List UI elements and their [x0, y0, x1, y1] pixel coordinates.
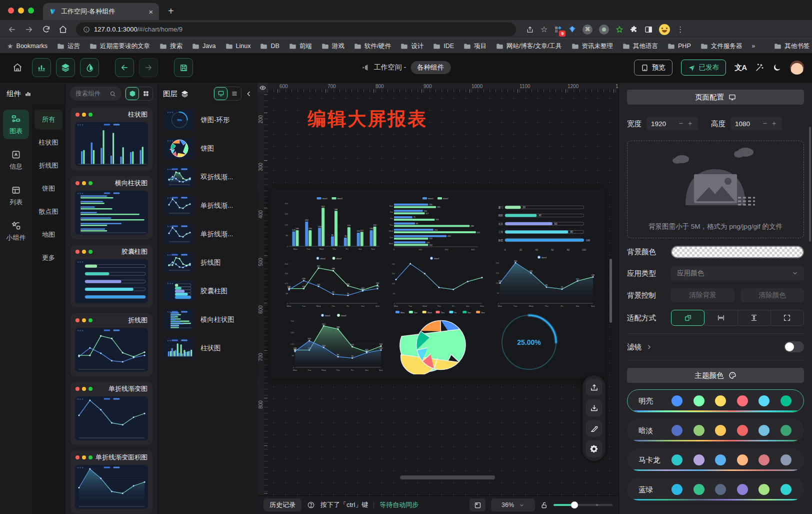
width-minus-icon[interactable]: − — [679, 119, 683, 128]
chart-line[interactable]: 3502631758801301303122881551171601202001… — [279, 255, 382, 309]
sidebar-item-3[interactable]: 列表 — [3, 181, 29, 210]
extensions-puzzle-icon[interactable] — [630, 26, 638, 34]
save-button[interactable] — [174, 58, 193, 77]
sidebar-item-1[interactable]: 图表 — [3, 110, 29, 139]
extension-command-icon[interactable]: ⌘ — [582, 25, 592, 35]
profile-avatar[interactable] — [659, 24, 670, 35]
settings-gear-icon[interactable] — [586, 440, 602, 457]
reload-icon[interactable] — [39, 23, 53, 37]
sidebar-toggle-icon[interactable] — [644, 26, 652, 34]
bookmark-item[interactable]: 资讯未整理 — [572, 42, 614, 51]
chart-capsule[interactable]: 厦门20南阳40北京60上海80新疆100020406080100 — [490, 197, 597, 253]
theme-color-dot[interactable] — [715, 484, 726, 495]
component-card[interactable]: 单折线渐变面积图 — [70, 450, 152, 513]
category-item[interactable]: 地图 — [34, 225, 62, 245]
layer-item[interactable]: 横向柱状图 — [165, 309, 258, 330]
layer-item[interactable]: 饼图 — [165, 138, 258, 159]
theme-color-dot[interactable] — [758, 395, 770, 406]
app-type-select[interactable]: 应用颜色 — [671, 266, 804, 281]
sidebar-item-2[interactable]: 信息 — [3, 145, 29, 175]
collapse-panel-icon[interactable] — [245, 90, 252, 98]
bookmark-item[interactable]: 文件服务器 — [700, 42, 742, 51]
forward-icon[interactable] — [22, 23, 36, 37]
project-name-pill[interactable]: 各种组件 — [410, 61, 450, 74]
component-card[interactable]: 横向柱状图 — [70, 176, 152, 239]
vertical-scrollbar[interactable] — [610, 259, 612, 323]
undo-button[interactable] — [115, 58, 134, 77]
layout-panel-icon[interactable] — [470, 498, 486, 511]
bookmarks-overflow-icon[interactable]: » — [752, 43, 755, 50]
sidebar-item-4[interactable]: 小组件 — [3, 216, 29, 246]
theme-color-dot[interactable] — [672, 484, 682, 495]
edit-button[interactable] — [586, 420, 602, 437]
theme-color-dot[interactable] — [694, 425, 704, 436]
layers-panel-toggle-button[interactable] — [56, 58, 75, 77]
layer-item[interactable]: 胶囊柱图 — [165, 281, 258, 301]
theme-color-dot[interactable] — [715, 454, 726, 465]
category-item[interactable]: 散点图 — [34, 202, 62, 222]
layer-item[interactable]: 单折线渐... — [165, 195, 258, 216]
theme-color-dot[interactable] — [694, 454, 704, 465]
fit-full-button[interactable] — [770, 310, 804, 326]
category-item[interactable]: 折线图 — [34, 156, 62, 176]
chart-ring-progress[interactable]: 25.00% — [484, 311, 574, 373]
lock-icon[interactable] — [540, 501, 548, 509]
component-card[interactable]: 折线图 — [70, 313, 152, 376]
zoom-slider[interactable] — [554, 501, 612, 508]
canvas-area[interactable]: 6007008009001000110012001300 20030040050… — [258, 83, 618, 495]
bookmark-item[interactable]: 网站/博客/文章/工具 — [496, 42, 562, 51]
redo-button[interactable] — [139, 58, 158, 77]
bookmark-item[interactable]: 近期需要读的文章 — [90, 42, 150, 51]
chevron-right-icon[interactable] — [646, 344, 652, 350]
preview-button[interactable]: 预览 — [634, 60, 672, 76]
category-item[interactable]: 柱状图 — [34, 133, 62, 153]
background-upload-dropzone[interactable]: 背景图需小于 5M，格式为 png/jpg/gif 的文件 — [627, 141, 804, 238]
theme-color-dot[interactable] — [737, 425, 748, 436]
bookmark-item[interactable]: 设计 — [400, 42, 424, 51]
theme-color-dot[interactable] — [780, 425, 792, 436]
language-switch-icon[interactable]: 文A — [734, 63, 746, 73]
browser-tab[interactable]: 工作空间-各种组件 × — [43, 3, 159, 20]
app-home-icon[interactable] — [8, 58, 27, 77]
extension-dot-icon[interactable] — [599, 25, 609, 35]
bookmarks-root[interactable]: ★ Bookmarks — [7, 42, 48, 50]
home-icon[interactable] — [56, 23, 70, 37]
theme-color-dot[interactable] — [694, 395, 704, 406]
width-plus-icon[interactable]: ＋ — [686, 119, 694, 128]
component-card[interactable]: 胶囊柱图 — [70, 245, 152, 308]
box-view-icon[interactable] — [126, 87, 139, 100]
clear-background-button[interactable]: 清除背景 — [671, 288, 734, 302]
bookmark-item[interactable]: 游戏 — [322, 42, 344, 51]
chart-bar[interactable]: 350263175880120130Mon200130Tue150312Wed8… — [279, 195, 382, 252]
category-item[interactable]: 所有 — [34, 110, 62, 130]
export-button[interactable] — [586, 379, 602, 396]
bookmark-item[interactable]: 软件/硬件 — [354, 42, 391, 51]
help-icon[interactable] — [307, 501, 315, 509]
component-card[interactable]: 单折线渐变图 — [70, 382, 152, 445]
bookmark-item[interactable]: PHP — [668, 42, 691, 51]
bookmark-item[interactable]: Linux — [226, 42, 251, 51]
theme-option-明亮[interactable]: 明亮 — [627, 389, 804, 412]
theme-color-dot[interactable] — [672, 425, 682, 436]
dashboard-preview[interactable]: 350263175880120130Mon200130Tue150312Wed8… — [270, 189, 605, 378]
bookmark-item[interactable]: DB — [260, 42, 279, 51]
layer-item[interactable]: 70%饼图-环形 — [165, 110, 258, 130]
bookmark-star-icon[interactable]: ☆ — [540, 25, 548, 34]
detail-panel-toggle-button[interactable] — [80, 58, 99, 77]
chart-single-area-gradient[interactable]: 2001501005001002001508070110130MonTueWed… — [490, 254, 597, 309]
minimize-window-button[interactable] — [18, 8, 24, 14]
theme-color-dot[interactable] — [758, 454, 770, 465]
bg-color-swatch[interactable] — [671, 246, 804, 258]
category-item[interactable]: 更多 — [34, 248, 62, 268]
layer-item[interactable]: 柱状图 — [165, 338, 258, 358]
component-card[interactable]: 柱状图 — [70, 108, 152, 171]
menu-kebab-icon[interactable]: ⋮ — [676, 25, 684, 34]
publish-button[interactable]: 已发布 — [681, 60, 726, 76]
theme-option-暗淡[interactable]: 暗淡 — [627, 419, 804, 442]
width-input[interactable]: 1920 −＋ — [646, 117, 698, 131]
clear-color-button[interactable]: 清除颜色 — [740, 288, 804, 302]
url-bar[interactable]: 127.0.0.1:3000/#/chart/home/9 — [76, 23, 516, 37]
theme-color-dot[interactable] — [780, 395, 792, 406]
other-bookmarks[interactable]: 其他书签 — [774, 42, 810, 51]
extension-diamond-icon[interactable] — [568, 26, 576, 33]
